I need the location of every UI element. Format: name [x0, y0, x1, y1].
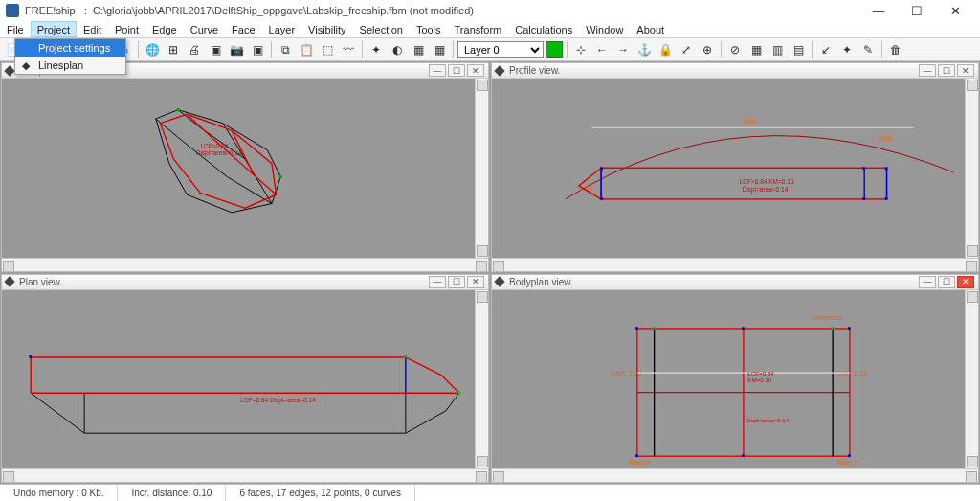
toolbar-button[interactable]: ◐ [388, 40, 407, 59]
toolbar-button[interactable]: → [613, 40, 633, 59]
toolbar-button[interactable]: ⧉ [276, 40, 295, 59]
menu-dropdown-item[interactable]: ◆Linesplan [15, 57, 125, 74]
menu-item-transform[interactable]: Transform [448, 21, 509, 37]
scrollbar-horizontal[interactable] [492, 468, 978, 482]
toolbar-separator [812, 41, 813, 58]
scrollbar-vertical[interactable] [475, 290, 488, 469]
menu-dropdown-item[interactable]: Project settings [15, 39, 125, 57]
minimize-button[interactable]: — [859, 0, 898, 21]
toolbar-button[interactable]: ▦ [746, 40, 766, 59]
pane-header: Profile view. — ☐ ✕ [492, 63, 978, 79]
pane-min-button[interactable]: — [429, 276, 446, 288]
profile-viewport[interactable]: 0.0L 2.00 0.00 LCF=0.84 KM=0.10 Displ=ar… [492, 79, 978, 258]
menu-item-window[interactable]: Window [579, 21, 630, 37]
toolbar-button[interactable]: ⊹ [571, 40, 590, 59]
scrollbar-horizontal[interactable] [2, 258, 488, 271]
toolbar-button[interactable]: 🌐 [143, 40, 162, 59]
svg-rect-16 [862, 167, 865, 170]
svg-text:LCF=0.84 KM=0.10: LCF=0.84 KM=0.10 [740, 178, 794, 185]
svg-rect-43 [848, 454, 851, 457]
toolbar-button[interactable]: ⊘ [725, 40, 745, 59]
toolbar-separator [721, 41, 722, 58]
toolbar-button[interactable]: ▣ [248, 40, 267, 59]
toolbar-button[interactable]: 🖨 [185, 40, 204, 59]
plan-viewport[interactable]: LCF=0.84 Displ=area=0.14 [2, 290, 488, 469]
pane-max-button[interactable]: ☐ [448, 64, 465, 77]
svg-point-0 [176, 108, 180, 112]
menu-item-layer[interactable]: Layer [262, 21, 302, 37]
toolbar-button[interactable]: ▤ [789, 40, 808, 59]
menu-item-edge[interactable]: Edge [145, 21, 184, 37]
menu-item-point[interactable]: Point [108, 21, 145, 37]
toolbar-button[interactable]: ▣ [206, 40, 225, 59]
toolbar-button[interactable]: ⬚ [318, 40, 337, 59]
main-toolbar: 📄📁💾⊞◇✎🌐⊞🖨▣📷▣⧉📋⬚〰✦◐▦▦Layer 0⊹←→⚓🔒⤢⊕⊘▦▥▤↙✦… [0, 38, 980, 61]
menu-item-edit[interactable]: Edit [77, 21, 108, 37]
toolbar-button[interactable]: ⊕ [698, 40, 717, 59]
layer-select[interactable]: Layer 0 [457, 41, 544, 58]
profile-pane: Profile view. — ☐ ✕ 0.0L 2.00 0.00 [491, 62, 979, 272]
pane-max-button[interactable]: ☐ [448, 276, 465, 288]
pane-close-button[interactable]: ✕ [467, 276, 484, 288]
status-undo: Undo memory : 0 Kb. [0, 485, 118, 501]
menu-item-icon: ◆ [19, 58, 33, 72]
svg-text:Displ=area=0.14: Displ=area=0.14 [742, 186, 788, 194]
menu-item-about[interactable]: About [630, 21, 671, 37]
status-incr: Incr. distance: 0.10 [118, 485, 226, 501]
toolbar-button[interactable]: 🗑 [886, 40, 905, 59]
menu-item-label: Linesplan [38, 59, 83, 71]
menu-item-curve[interactable]: Curve [184, 21, 225, 37]
toolbar-button[interactable]: ✎ [858, 40, 878, 59]
menu-item-file[interactable]: File [0, 21, 31, 37]
toolbar-separator [453, 41, 454, 58]
menu-item-face[interactable]: Face [225, 21, 261, 37]
svg-rect-14 [600, 197, 603, 200]
scrollbar-horizontal[interactable] [492, 258, 978, 271]
toolbar-button[interactable]: 〰 [339, 40, 358, 59]
toolbar-button[interactable]: ▦ [409, 40, 428, 59]
close-button[interactable]: ✕ [936, 0, 974, 21]
toolbar-button[interactable]: ⊞ [164, 40, 183, 59]
toolbar-button[interactable]: ▦ [430, 40, 449, 59]
svg-point-1 [278, 175, 282, 179]
pane-max-button[interactable]: ☐ [938, 64, 955, 77]
svg-rect-26 [404, 355, 407, 358]
toolbar-button[interactable]: 📷 [227, 40, 246, 59]
toolbar-button[interactable]: ▥ [768, 40, 787, 59]
menu-item-tools[interactable]: Tools [410, 21, 448, 37]
scrollbar-vertical[interactable] [475, 79, 488, 258]
toolbar-button[interactable]: ⚓ [635, 40, 654, 59]
status-bar: Undo memory : 0 Kb. Incr. distance: 0.10… [0, 484, 980, 501]
workspace: Perspective view. — ☐ ✕ [0, 61, 980, 484]
pane-min-button[interactable]: — [429, 64, 446, 77]
scrollbar-horizontal[interactable] [2, 468, 488, 482]
toolbar-button[interactable]: ✦ [367, 40, 386, 59]
menu-item-calculations[interactable]: Calculations [508, 21, 579, 37]
pane-min-button[interactable]: — [919, 276, 936, 288]
menu-item-selection[interactable]: Selection [353, 21, 410, 37]
svg-rect-40 [635, 327, 638, 330]
scrollbar-vertical[interactable] [965, 290, 978, 469]
pane-close-button[interactable]: ✕ [957, 276, 974, 288]
svg-text:LCF=0.84: LCF=0.84 [747, 369, 774, 376]
maximize-button[interactable]: ☐ [898, 0, 936, 21]
svg-rect-27 [457, 391, 460, 394]
toolbar-button[interactable]: ⤢ [677, 40, 696, 59]
toolbar-button[interactable]: ← [592, 40, 612, 59]
toolbar-button[interactable]: ✦ [837, 40, 857, 59]
menu-item-project[interactable]: Project [31, 21, 77, 37]
toolbar-button[interactable]: ↙ [816, 40, 835, 59]
layer-color-swatch[interactable] [546, 41, 563, 58]
scrollbar-vertical[interactable] [965, 79, 978, 258]
menu-item-visibility[interactable]: Visibility [301, 21, 353, 37]
perspective-viewport[interactable]: LCF=0.84 Displ=area=0.14 [2, 79, 488, 258]
pane-close-button[interactable]: ✕ [957, 64, 974, 77]
pane-max-button[interactable]: ☐ [938, 276, 955, 288]
pane-close-button[interactable]: ✕ [467, 64, 484, 77]
toolbar-button[interactable]: 🔒 [656, 40, 675, 59]
toolbar-separator [567, 41, 568, 58]
pane-min-button[interactable]: — [919, 64, 936, 77]
toolbar-button[interactable]: 📋 [297, 40, 316, 59]
bodyplan-viewport[interactable]: Centerline DWL 1.10 DWL 1.10 Base 0 Base… [492, 290, 978, 469]
svg-rect-25 [29, 355, 32, 358]
